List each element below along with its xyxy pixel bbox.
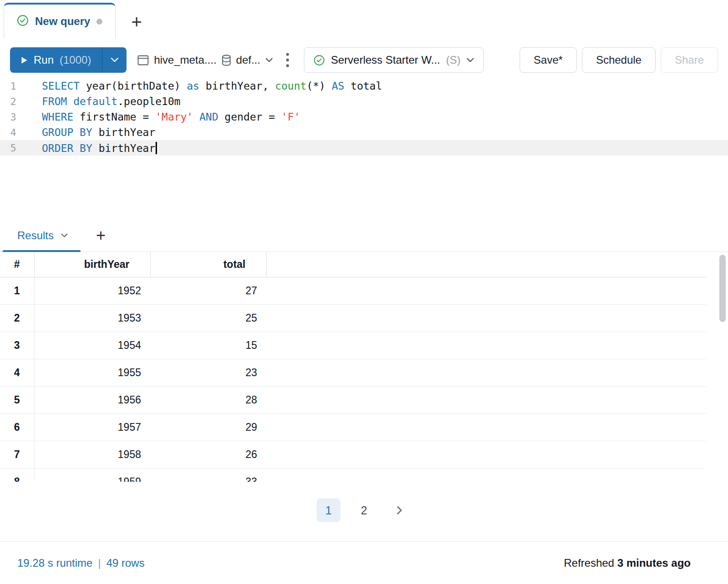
row-count-text[interactable]: 49 rows — [106, 557, 145, 569]
run-options-button[interactable] — [102, 47, 126, 73]
data-cell: 1959 — [34, 468, 150, 482]
table-row[interactable]: 7195826 — [0, 441, 706, 468]
data-cell: 27 — [150, 277, 266, 304]
play-icon — [21, 56, 28, 64]
query-stats: 19.28 s runtime | 49 rows — [17, 557, 145, 569]
row-number-cell: 5 — [0, 386, 34, 413]
sql-editor[interactable]: 1SELECT year(birthDate) as birthYear, co… — [0, 73, 728, 219]
warehouse-selector[interactable]: Serverless Starter W... (S) — [304, 47, 484, 73]
chevron-down-icon — [466, 58, 474, 63]
toolbar: Run (1000) hive_meta.... def... — [10, 47, 718, 73]
status-footer: 19.28 s runtime | 49 rows Refreshed 3 mi… — [0, 541, 728, 584]
row-number-cell: 8 — [0, 468, 34, 482]
next-page-button[interactable] — [388, 498, 411, 522]
data-cell: 1958 — [34, 441, 150, 468]
code-line[interactable]: 1SELECT year(birthDate) as birthYear, co… — [0, 78, 728, 94]
data-cell: 1953 — [34, 304, 150, 332]
table-row[interactable]: 4195523 — [0, 359, 706, 386]
stats-separator: | — [98, 557, 101, 569]
row-number-cell: 1 — [0, 277, 34, 304]
data-cell: 28 — [150, 386, 266, 413]
code-text: ORDER BY birthYear — [42, 142, 157, 154]
data-cell: 33 — [150, 468, 266, 482]
table-row[interactable]: 1195227 — [0, 277, 706, 304]
chevron-down-icon — [61, 233, 68, 238]
results-table-container: #birthYeartotal 119522721953253195415419… — [0, 252, 728, 482]
run-limit: (1000) — [60, 54, 91, 66]
sql-editor-app: New query + Run (1000) hive_meta.... d — [0, 0, 728, 584]
column-header[interactable]: total — [150, 252, 266, 277]
more-options-kebab-icon[interactable] — [286, 52, 289, 68]
empty-cell — [266, 468, 706, 482]
table-row[interactable]: 8195933 — [0, 468, 706, 482]
results-panel-header: Results + — [0, 219, 728, 252]
table-row[interactable]: 2195325 — [0, 304, 706, 332]
code-line[interactable]: 2FROM default.people10m — [0, 94, 728, 109]
add-visualization-button[interactable]: + — [96, 227, 106, 244]
line-number: 2 — [0, 96, 26, 107]
check-circle-icon — [17, 15, 29, 28]
row-number-cell: 4 — [0, 359, 34, 386]
catalog-icon — [137, 55, 149, 65]
table-row[interactable]: 6195729 — [0, 413, 706, 441]
code-text: GROUP BY birthYear — [42, 126, 155, 138]
line-number: 1 — [0, 81, 26, 92]
save-button[interactable]: Save* — [520, 47, 577, 73]
page-button-2[interactable]: 2 — [352, 498, 376, 522]
chevron-down-icon — [111, 57, 119, 63]
data-cell: 1957 — [34, 413, 150, 441]
data-cell: 25 — [150, 304, 266, 332]
schema-label: def... — [236, 54, 260, 66]
code-text: SELECT year(birthDate) as birthYear, cou… — [42, 80, 382, 92]
empty-cell — [266, 277, 706, 304]
results-body: 1195227219532531954154195523519562861957… — [0, 277, 706, 482]
column-header[interactable]: birthYear — [34, 252, 150, 277]
data-cell: 15 — [150, 332, 266, 359]
data-cell: 29 — [150, 413, 266, 441]
run-label: Run — [34, 54, 54, 66]
row-number-cell: 6 — [0, 413, 34, 441]
results-header-row: #birthYeartotal — [0, 252, 706, 277]
refreshed-status: Refreshed 3 minutes ago — [564, 557, 691, 569]
page-button-1[interactable]: 1 — [317, 498, 340, 522]
catalog-label: hive_meta.... — [154, 54, 216, 66]
query-tab-bar: New query + — [0, 0, 728, 38]
scrollbar-thumb[interactable] — [719, 255, 726, 322]
code-line[interactable]: 4GROUP BY birthYear — [0, 125, 728, 140]
column-header[interactable]: # — [0, 252, 34, 277]
table-row[interactable]: 5195628 — [0, 386, 706, 413]
table-row[interactable]: 3195415 — [0, 332, 706, 359]
code-line[interactable]: 3WHERE firstName = 'Mary' AND gender = '… — [0, 109, 728, 125]
share-button: Share — [661, 47, 718, 73]
schema-database-icon — [222, 55, 231, 66]
warehouse-size: (S) — [446, 54, 460, 66]
refreshed-prefix: Refreshed — [564, 557, 614, 569]
empty-cell — [266, 413, 706, 441]
tab-new-query[interactable]: New query — [4, 3, 116, 38]
code-line[interactable]: 5ORDER BY birthYear — [0, 140, 728, 156]
row-number-cell: 2 — [0, 304, 34, 332]
line-number: 5 — [0, 142, 26, 154]
data-cell: 1952 — [34, 277, 150, 304]
run-button[interactable]: Run (1000) — [10, 47, 102, 73]
results-table: #birthYeartotal 119522721953253195415419… — [0, 252, 706, 482]
empty-cell — [266, 441, 706, 468]
data-cell: 1954 — [34, 332, 150, 359]
warehouse-label: Serverless Starter W... — [331, 54, 440, 66]
pagination: 12 — [0, 491, 728, 530]
code-text: FROM default.people10m — [42, 96, 181, 107]
row-number-cell: 3 — [0, 332, 34, 359]
new-tab-button[interactable]: + — [131, 13, 142, 31]
data-cell: 1956 — [34, 386, 150, 413]
tab-label: New query — [35, 15, 90, 28]
data-cell: 26 — [150, 441, 266, 468]
row-number-cell: 7 — [0, 441, 34, 468]
line-number: 3 — [0, 111, 26, 123]
run-button-group: Run (1000) — [10, 47, 126, 73]
runtime-text[interactable]: 19.28 s runtime — [17, 557, 92, 569]
schedule-button[interactable]: Schedule — [582, 47, 656, 73]
empty-cell — [266, 304, 706, 332]
check-circle-icon — [313, 55, 325, 66]
catalog-schema-selector[interactable]: hive_meta.... def... — [137, 54, 273, 66]
tab-results[interactable]: Results — [0, 219, 81, 252]
